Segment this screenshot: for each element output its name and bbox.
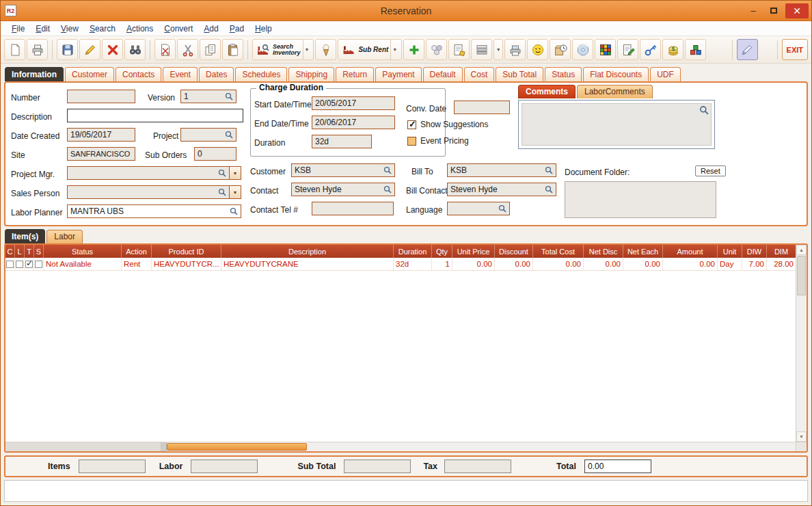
tab-schedules[interactable]: Schedules xyxy=(235,67,287,81)
cell-t[interactable] xyxy=(25,258,34,270)
document-folder-textarea[interactable] xyxy=(565,181,716,218)
tab-items[interactable]: Item(s) xyxy=(5,229,45,243)
header-action[interactable]: Action xyxy=(122,245,152,258)
sales-person-input[interactable] xyxy=(67,185,230,199)
header-amount[interactable]: Amount xyxy=(663,245,718,258)
cd-button[interactable] xyxy=(572,39,593,60)
menu-convert[interactable]: Convert xyxy=(159,23,198,35)
minimize-button[interactable]: – xyxy=(744,4,762,18)
horizontal-scroll-thumb[interactable] xyxy=(167,443,307,451)
tab-cost[interactable]: Cost xyxy=(464,67,495,81)
contact-tel-input[interactable] xyxy=(312,202,394,215)
search-icon[interactable] xyxy=(545,166,553,174)
show-suggestions-checkbox[interactable]: Show Suggestions xyxy=(407,120,488,129)
search-icon[interactable] xyxy=(218,169,226,177)
site-input[interactable]: SANFRANCISCO xyxy=(67,147,135,161)
cut-document-button[interactable] xyxy=(154,39,176,60)
search-icon[interactable] xyxy=(498,204,506,213)
labor-planner-input[interactable]: MANTRA UBS xyxy=(67,204,241,218)
checkbox-icon[interactable] xyxy=(6,261,14,268)
add-item-button[interactable] xyxy=(403,39,424,60)
tab-udf[interactable]: UDF xyxy=(650,67,681,81)
menu-view[interactable]: View xyxy=(55,23,84,35)
header-unit[interactable]: Unit xyxy=(718,245,742,258)
tab-dates[interactable]: Dates xyxy=(199,67,234,81)
search-icon[interactable] xyxy=(699,105,709,115)
tab-flat-discounts[interactable]: Flat Discounts xyxy=(583,67,649,81)
search-icon[interactable] xyxy=(383,185,392,194)
print-labels-button[interactable] xyxy=(504,39,526,60)
new-document-button[interactable] xyxy=(4,39,25,60)
smiley-button[interactable] xyxy=(527,39,548,60)
tab-return[interactable]: Return xyxy=(336,67,374,81)
menu-actions[interactable]: Actions xyxy=(121,23,159,35)
paste-button[interactable] xyxy=(222,39,243,60)
tab-default[interactable]: Default xyxy=(423,67,463,81)
cell-l[interactable] xyxy=(15,258,25,270)
labor-total-input[interactable] xyxy=(191,460,258,473)
scroll-up-icon[interactable]: ▲ xyxy=(796,245,807,255)
tab-comments[interactable]: Comments xyxy=(518,85,576,98)
reset-button[interactable]: Reset xyxy=(695,165,726,176)
header-net-each[interactable]: Net Each xyxy=(623,245,663,258)
titlebar[interactable]: R2 Reservation – ✕ xyxy=(1,1,811,21)
tab-sub-total[interactable]: Sub Total xyxy=(496,67,543,81)
layers-dropdown-button[interactable]: ▼ xyxy=(493,39,503,60)
search-inventory-dropdown[interactable]: ▼ xyxy=(303,40,311,59)
header-l[interactable]: L xyxy=(15,245,25,258)
project-input[interactable] xyxy=(180,128,236,142)
number-input[interactable] xyxy=(67,90,135,103)
search-icon[interactable] xyxy=(545,185,553,194)
header-c[interactable]: C xyxy=(5,245,15,258)
scroll-splitter[interactable] xyxy=(161,442,167,451)
tab-payment[interactable]: Payment xyxy=(375,67,421,81)
menu-file[interactable]: File xyxy=(6,23,30,35)
version-input[interactable]: 1 xyxy=(180,90,236,103)
customer-input[interactable]: KSB xyxy=(291,163,395,177)
tab-labor[interactable]: Labor xyxy=(46,230,83,243)
color-cubes-button[interactable] xyxy=(685,39,706,60)
layers-button[interactable] xyxy=(471,39,492,60)
cone-tool-button[interactable] xyxy=(315,39,336,60)
header-diw[interactable]: DIW xyxy=(742,245,767,258)
header-discount[interactable]: Discount xyxy=(495,245,533,258)
search-icon[interactable] xyxy=(225,92,233,101)
checkbox-icon[interactable] xyxy=(35,261,42,268)
project-mgr-dropdown[interactable]: ▼ xyxy=(230,166,241,180)
tab-contacts[interactable]: Contacts xyxy=(116,67,161,81)
duration-input[interactable]: 32d xyxy=(312,135,372,148)
vertical-scroll-thumb[interactable] xyxy=(797,256,806,295)
write-note-button[interactable] xyxy=(617,39,638,60)
tab-information[interactable]: Information xyxy=(5,67,64,81)
conv-date-input[interactable] xyxy=(454,101,510,114)
header-duration[interactable]: Duration xyxy=(394,245,432,258)
horizontal-scrollbar[interactable] xyxy=(5,442,807,451)
menu-pad[interactable]: Pad xyxy=(224,23,249,35)
header-dim[interactable]: DIM xyxy=(767,245,796,258)
tax-input[interactable] xyxy=(444,460,511,473)
print-button[interactable] xyxy=(27,39,48,60)
scroll-down-icon[interactable]: ▼ xyxy=(796,431,807,442)
header-description[interactable]: Description xyxy=(221,245,394,258)
sales-person-dropdown[interactable]: ▼ xyxy=(230,185,241,199)
bill-contact-input[interactable]: Steven Hyde xyxy=(447,183,556,196)
menu-search[interactable]: Search xyxy=(84,23,121,35)
event-pricing-checkbox[interactable]: Event Pricing xyxy=(407,136,469,146)
tab-labor-comments[interactable]: LaborComments xyxy=(577,85,653,98)
find-button[interactable] xyxy=(124,39,146,60)
contact-input[interactable]: Steven Hyde xyxy=(291,183,395,196)
frozen-scroll-region[interactable] xyxy=(5,442,161,451)
start-date-input[interactable]: 20/05/2017 xyxy=(312,96,395,110)
header-qty[interactable]: Qty xyxy=(432,245,452,258)
close-button[interactable]: ✕ xyxy=(785,3,809,18)
checkbox-icon[interactable] xyxy=(25,261,33,268)
cell-c[interactable] xyxy=(5,258,15,270)
header-status[interactable]: Status xyxy=(44,245,122,258)
comments-box[interactable] xyxy=(518,100,715,149)
search-icon[interactable] xyxy=(230,207,238,215)
save-button[interactable] xyxy=(57,39,78,60)
items-total-input[interactable] xyxy=(79,460,146,473)
exit-button[interactable]: EXIT xyxy=(782,39,808,60)
menu-help[interactable]: Help xyxy=(249,23,278,35)
header-net-disc[interactable]: Net Disc xyxy=(584,245,623,258)
